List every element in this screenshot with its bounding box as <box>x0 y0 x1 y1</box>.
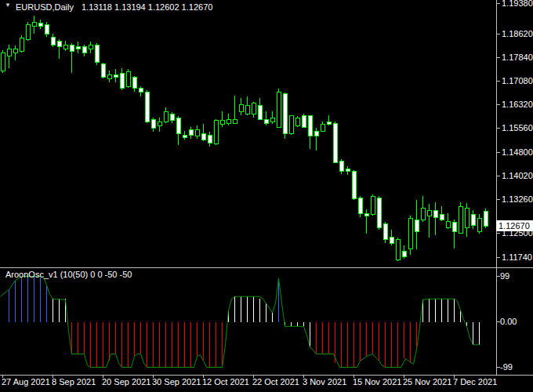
candle-body <box>227 119 230 123</box>
candle-body <box>270 118 274 122</box>
indicator-axis-label: 0.00 <box>500 317 517 326</box>
time-axis-label: 20 Sep 2021 <box>102 377 150 387</box>
candle-body <box>364 213 368 216</box>
candle-body <box>415 220 419 231</box>
price-axis-label: 1.14800 <box>502 147 533 157</box>
candle-body <box>120 73 124 89</box>
candle-body <box>57 42 61 47</box>
candle-body <box>239 104 243 112</box>
price-axis-label: 1.11740 <box>502 252 532 262</box>
candle-body <box>26 25 30 39</box>
candle-body <box>390 238 393 243</box>
candle-body <box>408 218 412 249</box>
candle-body <box>352 171 356 198</box>
symbol-ohlc-label: EURUSD,Daily1.13118 1.13194 1.12602 1.12… <box>16 2 212 12</box>
candle-body <box>176 118 180 133</box>
candle-body <box>51 37 55 45</box>
candle-body <box>13 49 17 53</box>
candle-body <box>283 94 287 133</box>
current-price-badge: 1.12670 <box>496 220 533 231</box>
candle-body <box>183 135 187 137</box>
candle-body <box>20 38 24 51</box>
candle-body <box>277 93 281 127</box>
candle-body <box>484 212 488 227</box>
candle-body <box>89 45 92 49</box>
candle-body <box>289 116 293 133</box>
ohlc-values-label: 1.13118 1.13194 1.12602 1.12670 <box>82 2 212 12</box>
candle-body <box>195 129 199 136</box>
candle-body <box>252 103 256 114</box>
candle-body <box>421 208 425 220</box>
time-axis-label: 22 Oct 2021 <box>252 377 299 387</box>
time-axis-label: 3 Nov 2021 <box>303 377 346 387</box>
candle-body <box>38 24 42 27</box>
indicator-axis-label: -99 <box>500 362 513 372</box>
candle-body <box>477 218 481 231</box>
candle-body <box>158 122 161 125</box>
time-axis-label: 27 Aug 2021 <box>2 377 50 387</box>
candle-body <box>214 120 218 143</box>
time-axis-label: 25 Nov 2021 <box>403 377 451 387</box>
candle-body <box>371 196 375 214</box>
candle-body <box>321 124 325 131</box>
candle-body <box>126 72 130 86</box>
candle-body <box>396 239 400 260</box>
indicator-axis-label: 99 <box>500 271 509 281</box>
indicator-name-label: AroonOsc_v1 (10(50) 0 0 -50 -50 <box>5 270 132 279</box>
candle-body <box>189 129 193 135</box>
candle-body <box>45 24 49 34</box>
candle-body <box>383 223 387 239</box>
candle-body <box>433 210 437 217</box>
chart-canvas[interactable] <box>0 0 533 392</box>
time-axis-label: 12 Oct 2021 <box>202 377 249 387</box>
price-axis-label: 1.14020 <box>502 171 533 180</box>
price-axis-label: 1.19380 <box>502 0 533 8</box>
candle-body <box>314 131 318 136</box>
candle-body <box>465 208 469 227</box>
candle-body <box>264 119 268 123</box>
time-axis-label: 30 Sep 2021 <box>152 377 201 387</box>
time-axis-label: 15 Nov 2021 <box>353 377 401 387</box>
candle-body <box>358 198 362 213</box>
candle-body <box>427 210 431 216</box>
price-axis-label: 1.17080 <box>502 76 533 85</box>
time-axis-label: 7 Dec 2021 <box>453 377 497 387</box>
candle-body <box>151 119 155 128</box>
candle-body <box>333 123 337 162</box>
dropdown-arrow-icon[interactable]: ▼ <box>5 2 11 9</box>
mt4-chart-window: ▼ EURUSD,Daily1.13118 1.13194 1.12602 1.… <box>0 0 533 392</box>
candle-body <box>471 214 475 225</box>
candle-body <box>377 198 381 227</box>
price-axis-label: 1.18620 <box>502 29 533 38</box>
candle-body <box>296 118 299 125</box>
candle-body <box>452 222 456 231</box>
price-axis-label: 1.13260 <box>502 194 533 204</box>
time-axis-label: 8 Sep 2021 <box>52 377 96 387</box>
candle-body <box>308 116 312 136</box>
candle-body <box>440 214 444 220</box>
candle-body <box>402 251 406 256</box>
candle-body <box>164 112 168 122</box>
candle-body <box>101 64 105 77</box>
candle-body <box>233 119 237 123</box>
candle-body <box>201 133 205 140</box>
candle-body <box>208 135 212 143</box>
candle-body <box>302 115 306 127</box>
candle-body <box>220 120 224 124</box>
candle-body <box>7 49 11 56</box>
candle-body <box>145 92 149 122</box>
candle-body <box>446 221 450 227</box>
candle-body <box>1 53 5 71</box>
price-axis-label: 1.16320 <box>502 100 533 109</box>
aroon-line <box>1 277 480 368</box>
candle-body <box>346 169 350 171</box>
candle-body <box>32 22 36 26</box>
candle-body <box>114 74 118 77</box>
candle-body <box>327 122 331 124</box>
symbol-period-label: EURUSD,Daily <box>16 2 74 12</box>
candle-body <box>82 47 86 53</box>
candle-body <box>139 88 143 93</box>
price-axis-label: 1.17840 <box>502 53 533 62</box>
candle-body <box>132 77 136 88</box>
candle-body <box>339 161 343 171</box>
